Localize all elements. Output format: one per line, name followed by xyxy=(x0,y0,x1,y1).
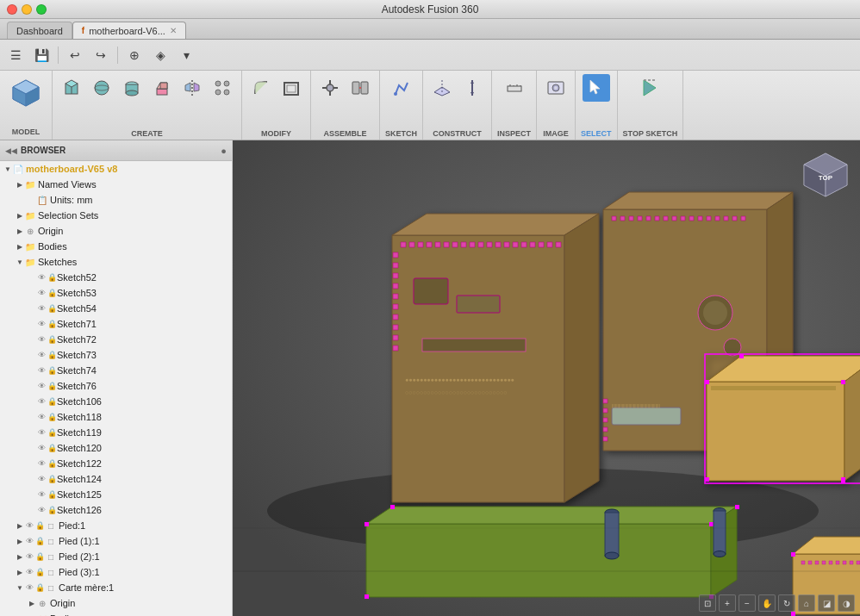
render-icon[interactable] xyxy=(542,74,570,102)
carte-mere-eye-icon[interactable]: 👁 xyxy=(24,582,34,593)
tab-close-icon[interactable]: ✕ xyxy=(170,26,177,35)
sketch126-eye-icon[interactable]: 👁 xyxy=(36,505,47,515)
tree-item-units[interactable]: ▶ 📋 Units: mm xyxy=(0,192,232,208)
pied2-1-lock-icon[interactable]: 🔒 xyxy=(34,551,45,562)
sketch118-lock-icon[interactable]: 🔒 xyxy=(47,412,57,422)
tree-item-bodies2[interactable]: ▶ 📁 Bodies xyxy=(0,611,232,616)
minimize-button[interactable] xyxy=(22,4,32,15)
zoom-fit-button[interactable]: ⊡ xyxy=(699,594,716,612)
sketch73-eye-icon[interactable]: 👁 xyxy=(36,350,47,360)
redo-button[interactable]: ↪ xyxy=(89,43,113,67)
options-button[interactable]: ▾ xyxy=(174,43,198,67)
sketch118-eye-icon[interactable]: 👁 xyxy=(36,412,47,422)
fillet-icon[interactable] xyxy=(247,74,275,102)
joint-icon[interactable] xyxy=(316,74,344,102)
sketch72-lock-icon[interactable]: 🔒 xyxy=(47,334,57,345)
visual-style-button[interactable]: ◑ xyxy=(838,594,855,612)
tree-item-sketch119[interactable]: ▶ 👁 🔒 Sketch119 xyxy=(0,425,232,440)
carte-mere-lock-icon[interactable]: 🔒 xyxy=(34,582,45,593)
tree-item-sketch73[interactable]: ▶ 👁 🔒 Sketch73 xyxy=(0,347,232,363)
sketch106-eye-icon[interactable]: 👁 xyxy=(36,396,47,407)
sketch76-lock-icon[interactable]: 🔒 xyxy=(47,381,57,391)
pied1-lock-icon[interactable]: 🔒 xyxy=(34,520,45,531)
sketch106-lock-icon[interactable]: 🔒 xyxy=(47,396,57,407)
view-cube[interactable]: TOP xyxy=(800,149,851,202)
menu-button[interactable]: ☰ xyxy=(3,43,28,67)
extrude-icon[interactable] xyxy=(148,74,176,102)
sketch124-lock-icon[interactable]: 🔒 xyxy=(47,474,57,484)
measure-icon[interactable] xyxy=(501,74,528,102)
sketch124-eye-icon[interactable]: 👁 xyxy=(36,474,47,484)
sketch52-lock-icon[interactable]: 🔒 xyxy=(47,272,57,283)
sketch126-lock-icon[interactable]: 🔒 xyxy=(47,505,57,515)
pied3-1-lock-icon[interactable]: 🔒 xyxy=(34,567,45,577)
tree-item-origin2[interactable]: ▶ ⊕ Origin xyxy=(0,595,232,611)
zoom-out-button[interactable]: − xyxy=(738,594,756,612)
sketch72-eye-icon[interactable]: 👁 xyxy=(36,334,47,345)
pied1-1-lock-icon[interactable]: 🔒 xyxy=(34,536,45,546)
tree-item-origin[interactable]: ▶ ⊕ Origin xyxy=(0,223,232,239)
sketch76-eye-icon[interactable]: 👁 xyxy=(36,381,47,391)
tree-item-sketch72[interactable]: ▶ 👁 🔒 Sketch72 xyxy=(0,332,232,347)
tree-item-sketch76[interactable]: ▶ 👁 🔒 Sketch76 xyxy=(0,378,232,394)
tree-item-pied3-1[interactable]: ▶ 👁 🔒 □ Pied (3):1 xyxy=(0,564,232,580)
shell-icon[interactable] xyxy=(277,74,305,102)
contact-icon[interactable] xyxy=(346,74,374,102)
viewport[interactable]: ●●●●●●●●●●●●●●●●●●●●●●●●●●●●●● ○○○○○○○○○… xyxy=(233,140,860,616)
tab-dashboard[interactable]: Dashboard xyxy=(7,22,72,39)
tree-item-sketch118[interactable]: ▶ 👁 🔒 Sketch118 xyxy=(0,409,232,425)
tree-item-sketch125[interactable]: ▶ 👁 🔒 Sketch125 xyxy=(0,487,232,502)
close-button[interactable] xyxy=(7,4,17,15)
pied3-1-eye-icon[interactable]: 👁 xyxy=(24,567,34,577)
snap-button[interactable]: ◈ xyxy=(148,43,172,67)
tree-item-sketch54[interactable]: ▶ 👁 🔒 Sketch54 xyxy=(0,301,232,316)
sketch120-eye-icon[interactable]: 👁 xyxy=(36,443,47,453)
tree-item-pied2-1[interactable]: ▶ 👁 🔒 □ Pied (2):1 xyxy=(0,549,232,564)
tab-motherboard[interactable]: f motherboard-V6... ✕ xyxy=(72,22,186,39)
sketch54-lock-icon[interactable]: 🔒 xyxy=(47,303,57,314)
plane-icon[interactable] xyxy=(428,74,456,102)
sketch119-eye-icon[interactable]: 👁 xyxy=(36,427,47,438)
axis-icon[interactable] xyxy=(458,74,486,102)
pied1-1-eye-icon[interactable]: 👁 xyxy=(24,536,34,546)
browser-back-icon[interactable]: ◀◀ xyxy=(5,146,17,155)
sketch119-lock-icon[interactable]: 🔒 xyxy=(47,427,57,438)
tree-item-sketch126[interactable]: ▶ 👁 🔒 Sketch126 xyxy=(0,502,232,518)
sketch125-lock-icon[interactable]: 🔒 xyxy=(47,489,57,500)
tree-item-named-views[interactable]: ▶ 📁 Named Views xyxy=(0,177,232,192)
tree-item-selection-sets[interactable]: ▶ 📁 Selection Sets xyxy=(0,208,232,223)
tree-item-sketch122[interactable]: ▶ 👁 🔒 Sketch122 xyxy=(0,456,232,471)
sketch53-eye-icon[interactable]: 👁 xyxy=(36,288,47,298)
undo-button[interactable]: ↩ xyxy=(63,43,87,67)
browser-expand-icon[interactable]: ● xyxy=(221,146,227,156)
tree-item-bodies[interactable]: ▶ 📁 Bodies xyxy=(0,239,232,254)
tree-item-sketch124[interactable]: ▶ 👁 🔒 Sketch124 xyxy=(0,471,232,487)
sphere-icon[interactable] xyxy=(88,74,115,102)
sketch52-eye-icon[interactable]: 👁 xyxy=(36,272,47,283)
sketch73-lock-icon[interactable]: 🔒 xyxy=(47,350,57,360)
tree-item-root[interactable]: ▼ 📄 motherboard-V65 v8 xyxy=(0,161,232,177)
sketch74-lock-icon[interactable]: 🔒 xyxy=(47,365,57,376)
pattern-icon[interactable] xyxy=(209,74,236,102)
stop-sketch-icon[interactable] xyxy=(636,74,664,102)
tree-item-pied1-1[interactable]: ▶ 👁 🔒 □ Pied (1):1 xyxy=(0,533,232,549)
sketch122-lock-icon[interactable]: 🔒 xyxy=(47,458,57,469)
tree-item-sketch53[interactable]: ▶ 👁 🔒 Sketch53 xyxy=(0,285,232,301)
tree-item-sketch120[interactable]: ▶ 👁 🔒 Sketch120 xyxy=(0,440,232,456)
select-icon[interactable] xyxy=(583,74,610,102)
tree-item-carte-mere[interactable]: ▼ 👁 🔒 □ Carte mère:1 xyxy=(0,580,232,595)
zoom-in-button[interactable]: + xyxy=(719,594,736,612)
sketch125-eye-icon[interactable]: 👁 xyxy=(36,489,47,500)
mirror-icon[interactable] xyxy=(178,74,206,102)
pied2-1-eye-icon[interactable]: 👁 xyxy=(24,551,34,562)
pied1-eye-icon[interactable]: 👁 xyxy=(24,520,34,531)
sketch71-eye-icon[interactable]: 👁 xyxy=(36,319,47,329)
tree-item-sketches[interactable]: ▼ 📁 Sketches xyxy=(0,254,232,270)
save-button[interactable]: 💾 xyxy=(29,43,53,67)
home-view-button[interactable]: ⌂ xyxy=(798,594,815,612)
maximize-button[interactable] xyxy=(36,4,47,15)
tree-item-pied1[interactable]: ▶ 👁 🔒 □ Pied:1 xyxy=(0,518,232,533)
sketch53-lock-icon[interactable]: 🔒 xyxy=(47,288,57,298)
orbit-button[interactable]: ↻ xyxy=(778,594,795,612)
sketch71-lock-icon[interactable]: 🔒 xyxy=(47,319,57,329)
